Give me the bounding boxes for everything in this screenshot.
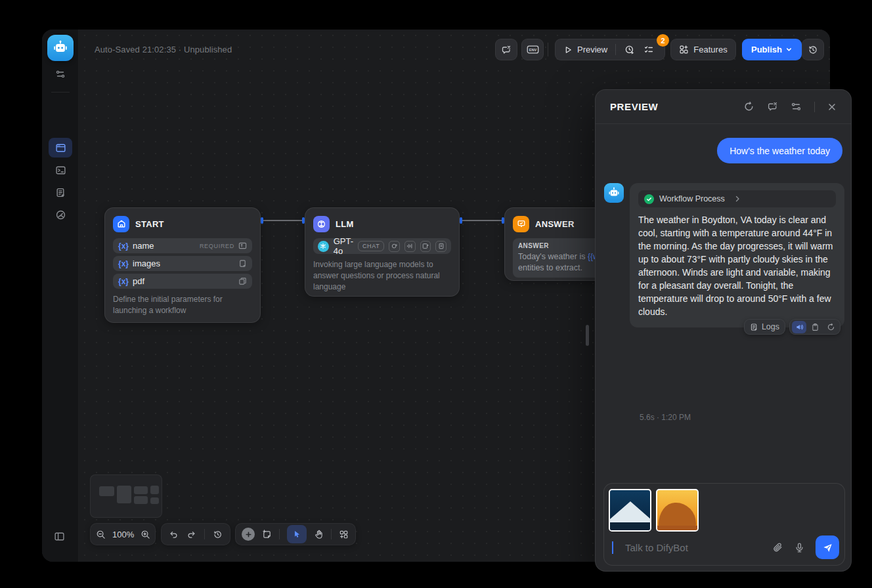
app-sidebar <box>42 30 79 562</box>
canvas-scrollbar-thumb[interactable] <box>586 325 589 346</box>
features-button[interactable]: Features <box>670 39 736 60</box>
canvas-minimap[interactable] <box>90 474 162 518</box>
start-field-name[interactable]: {x} name REQUIRED <box>113 238 252 253</box>
chevron-right-icon <box>733 195 741 203</box>
minimap-node <box>150 486 159 494</box>
message-meta: 5.6s · 1:20 PM <box>640 413 691 422</box>
text-cursor <box>612 541 613 554</box>
svg-text:ENV: ENV <box>529 48 536 52</box>
send-icon <box>822 542 833 553</box>
edge-start-llm[interactable] <box>261 217 305 224</box>
mic-icon[interactable] <box>794 542 805 553</box>
variable-icon: {x} <box>118 259 129 268</box>
speaker-icon[interactable] <box>792 321 806 333</box>
node-description: Define the initial parameters for launch… <box>113 294 252 316</box>
sidebar-item-api[interactable] <box>49 160 72 180</box>
zoom-controls: 100% <box>90 523 156 545</box>
preview-label: Preview <box>577 45 607 54</box>
add-note-icon[interactable] <box>262 530 272 539</box>
logs-label: Logs <box>762 322 779 331</box>
preview-button[interactable]: Preview <box>556 39 615 60</box>
conversation-settings-icon[interactable] <box>791 101 802 112</box>
start-field-images[interactable]: {x} images <box>113 256 252 271</box>
run-history-icon <box>624 45 635 55</box>
node-start[interactable]: START {x} name REQUIRED {x} images {x} <box>104 207 261 323</box>
add-node-icon[interactable] <box>242 528 255 541</box>
checklist-notification-badge: 2 <box>657 34 669 47</box>
preview-button-group: Preview 2 <box>555 39 665 60</box>
version-history-button[interactable] <box>802 39 824 60</box>
minimap-node <box>150 497 159 504</box>
change-history-icon[interactable] <box>213 530 223 539</box>
restart-conversation-icon[interactable] <box>743 101 754 112</box>
bot-message-bubble: Workflow Process The weather in Boydton,… <box>630 183 844 327</box>
divider <box>204 529 205 539</box>
undo-icon[interactable] <box>169 530 179 539</box>
redo-icon[interactable] <box>186 530 196 539</box>
llm-model-row[interactable]: GPT-4o CHAT <box>313 238 451 254</box>
workflow-process-label: Workflow Process <box>659 194 728 203</box>
minimap-node <box>99 486 114 496</box>
history-controls <box>161 523 230 545</box>
paperclip-icon[interactable] <box>772 542 783 553</box>
divider <box>331 529 332 539</box>
required-tag: REQUIRED <box>200 243 234 249</box>
divider <box>548 43 548 56</box>
llm-brain-icon <box>313 216 330 232</box>
divider <box>814 102 815 112</box>
divider <box>279 529 280 539</box>
organize-icon[interactable] <box>339 530 349 539</box>
run-history-button[interactable] <box>616 39 641 60</box>
env-button[interactable]: ENV <box>521 39 544 60</box>
debug-chat-icon <box>501 45 512 55</box>
features-label: Features <box>693 45 727 54</box>
text-input-icon <box>238 242 247 250</box>
node-llm[interactable]: LLM GPT-4o CHAT <box>305 207 460 297</box>
features-grid-icon <box>679 45 689 54</box>
sidebar-item-monitoring[interactable] <box>49 205 72 224</box>
edge-llm-answer[interactable] <box>460 217 504 224</box>
chevron-down-icon <box>785 46 793 53</box>
edge-source-handle <box>460 217 462 224</box>
chat-input[interactable] <box>625 542 762 553</box>
publish-label: Publish <box>751 45 782 54</box>
variable-icon: {x} <box>118 242 129 251</box>
collapse-sidebar-icon[interactable] <box>54 531 65 542</box>
logs-button[interactable]: Logs <box>744 319 785 335</box>
user-message-bubble: How's the weather today <box>717 138 842 163</box>
preview-panel: PREVIEW How's the weather today <box>595 89 852 572</box>
field-label: images <box>133 259 230 268</box>
pointer-tool-icon[interactable] <box>287 525 307 543</box>
message-tool-chip <box>789 319 840 335</box>
logs-icon <box>750 323 758 331</box>
env-icon: ENV <box>527 45 539 54</box>
preview-panel-header: PREVIEW <box>596 90 851 124</box>
attachment-thumbnail-mountain-orange[interactable] <box>656 489 699 532</box>
preview-title: PREVIEW <box>610 101 743 112</box>
sidebar-item-logs[interactable] <box>49 182 72 202</box>
bot-avatar <box>604 183 624 203</box>
documents-icon <box>238 277 247 285</box>
zoom-out-icon[interactable] <box>96 530 106 539</box>
debug-chat-button[interactable] <box>495 39 517 60</box>
publish-button[interactable]: Publish <box>742 39 802 60</box>
field-label: name <box>133 241 196 251</box>
sidebar-item-orchestrate[interactable] <box>49 138 72 158</box>
workflow-process-toggle[interactable]: Workflow Process <box>638 190 836 207</box>
node-description: Invoking large language models to answer… <box>313 259 451 293</box>
minimap-node <box>117 486 131 503</box>
start-field-pdf[interactable]: {x} pdf <box>113 274 252 289</box>
node-title: ANSWER <box>535 219 575 229</box>
close-icon[interactable] <box>827 102 837 112</box>
zoom-level[interactable]: 100% <box>112 530 134 539</box>
model-name: GPT-4o <box>334 236 353 256</box>
send-button[interactable] <box>816 536 839 559</box>
attachment-thumbnail-mountain-blue[interactable] <box>609 489 651 532</box>
hand-tool-icon[interactable] <box>314 530 324 539</box>
debug-chat-icon[interactable] <box>767 101 778 112</box>
divider <box>51 92 70 93</box>
regenerate-icon[interactable] <box>823 321 838 333</box>
preferences-icon[interactable] <box>55 69 66 79</box>
zoom-in-icon[interactable] <box>141 530 150 539</box>
copy-icon[interactable] <box>808 321 822 333</box>
